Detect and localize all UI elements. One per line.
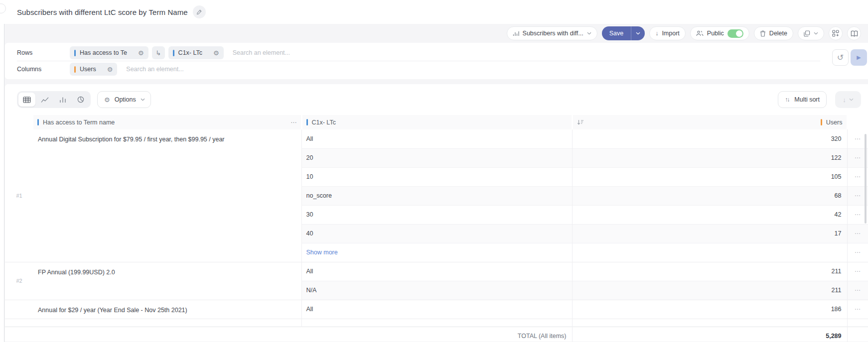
ellipsis-icon: ⋯	[855, 230, 861, 237]
score-cell: 30	[301, 205, 572, 224]
save-button[interactable]: Save	[602, 26, 631, 40]
header-accent	[821, 119, 822, 125]
gear-icon[interactable]: ⚙	[107, 66, 113, 73]
value-cell: 42	[572, 205, 847, 224]
score-cell: 10	[301, 167, 572, 186]
column-field-users[interactable]: Users ⚙	[70, 63, 117, 76]
table-row: Annual for $29 / year (Year End Sale - N…	[5, 300, 868, 319]
ellipsis-icon: ⋯	[855, 306, 861, 313]
value-cell: 186	[572, 300, 847, 319]
value-cell: 211	[572, 262, 847, 281]
group-name-cell: FP Annual (199.99USD) 2.0	[33, 262, 301, 300]
pivot-table: Has access to Term name ⋯ C1x- LTc	[5, 115, 868, 342]
run-query-button[interactable]: ▶	[851, 49, 867, 66]
field-accent	[74, 66, 76, 73]
save-options-button[interactable]	[631, 26, 645, 40]
field-label: Has access to Te	[80, 49, 127, 56]
col3-header[interactable]: Users	[572, 115, 847, 129]
gear-icon[interactable]: ⚙	[213, 50, 219, 56]
undo-button[interactable]: ↺	[832, 49, 849, 66]
save-split-button: Save	[602, 26, 645, 40]
delete-button[interactable]: Delete	[754, 26, 793, 40]
value-cell: 211	[572, 281, 847, 300]
field-accent	[74, 50, 76, 56]
rows-search-input[interactable]	[233, 49, 342, 56]
value-cell: 105	[572, 167, 847, 186]
gear-icon[interactable]: ⚙	[138, 50, 144, 56]
chevron-down-icon	[636, 32, 640, 35]
empty-cell	[5, 319, 301, 327]
col1-header-label: Has access to Term name	[43, 119, 115, 126]
score-cell: 20	[301, 148, 572, 167]
row-menu-button[interactable]: ⋯	[847, 281, 868, 300]
line-chart-view-button[interactable]	[36, 93, 53, 107]
row-menu-button[interactable]: ⋯	[847, 262, 868, 281]
row-field-c1x-ltc[interactable]: C1x- LTc ⚙	[168, 46, 224, 59]
total-value: 5,289	[572, 327, 847, 342]
header-accent	[37, 119, 39, 125]
field-label: Users	[80, 66, 96, 73]
sort-descending-icon[interactable]	[577, 119, 584, 125]
ellipsis-icon: ⋯	[855, 173, 861, 180]
score-cell: 40	[301, 224, 572, 243]
grid-plus-icon	[832, 30, 839, 37]
download-arrow-icon: ↓	[843, 96, 846, 104]
pie-chart-view-button[interactable]	[72, 93, 89, 107]
people-icon	[696, 30, 704, 36]
show-more-link[interactable]: Show more	[306, 249, 338, 256]
multi-sort-button[interactable]: ↑↓ Multi sort	[778, 91, 827, 108]
toggle-knob	[736, 30, 742, 37]
vertical-scrollbar[interactable]	[865, 134, 867, 224]
export-button-disabled[interactable]: ↓	[835, 91, 861, 108]
empty-cell	[847, 319, 868, 327]
group-index: #2	[5, 262, 33, 300]
chevron-down-icon	[141, 98, 145, 101]
report-selector-label: Subscribers with diff...	[523, 30, 583, 37]
options-content: ⚙ Options	[104, 96, 136, 103]
public-toggle[interactable]	[727, 29, 743, 38]
columns-search-input[interactable]	[126, 66, 236, 73]
value-cell: 320	[572, 129, 847, 148]
field-accent	[173, 50, 174, 56]
public-control: Public	[690, 26, 749, 40]
chevron-down-icon	[814, 32, 818, 35]
query-builder: Rows Has access to Te ⚙ ↳ C1x- LTc ⚙ Col…	[5, 43, 868, 79]
documentation-button[interactable]	[847, 26, 861, 40]
book-icon	[851, 30, 858, 37]
column-menu-icon[interactable]: ⋯	[290, 118, 297, 126]
col3-header-label: Users	[826, 119, 843, 126]
bar-chart-icon	[513, 30, 519, 36]
row-menu-button[interactable]: ⋯	[847, 300, 868, 319]
column-chart-view-button[interactable]	[54, 93, 71, 107]
delete-label: Delete	[769, 30, 787, 37]
gear-icon: ⚙	[104, 97, 110, 103]
header-accent	[306, 119, 308, 125]
chevron-down-icon	[587, 32, 591, 35]
col1-header[interactable]: Has access to Term name ⋯	[33, 115, 301, 129]
score-cell: All	[301, 129, 572, 148]
multi-sort-label: Multi sort	[794, 96, 820, 103]
group-name-cell: Annual for $29 / year (Year End Sale - N…	[33, 300, 301, 319]
score-cell: no_score	[301, 186, 572, 205]
results-panel: ⚙ Options ↑↓ Multi sort ↓	[5, 84, 868, 342]
value-cell	[572, 243, 847, 262]
report-selector-dropdown[interactable]: Subscribers with diff...	[507, 26, 597, 40]
col2-header[interactable]: C1x- LTc	[301, 115, 572, 129]
copy-icon	[804, 30, 810, 37]
row-menu-button[interactable]: ⋯	[847, 243, 868, 262]
value-cell: 68	[572, 186, 847, 205]
options-dropdown[interactable]: ⚙ Options	[97, 91, 151, 108]
row-menu-button[interactable]: ⋯	[847, 224, 868, 243]
add-to-dashboard-button[interactable]	[829, 26, 843, 40]
import-button[interactable]: ↓ Import	[649, 26, 686, 40]
total-actions-cell	[847, 327, 868, 342]
report-toolbar: Subscribers with diff... Save ↓ Import P…	[0, 24, 868, 43]
chevron-down-icon	[849, 98, 854, 101]
duplicate-dropdown[interactable]	[798, 26, 824, 40]
table-header-row: Has access to Term name ⋯ C1x- LTc	[5, 115, 868, 129]
edit-title-button[interactable]	[193, 5, 206, 18]
table-view-button[interactable]	[18, 93, 35, 107]
row-field-has-access-to-term[interactable]: Has access to Te ⚙	[70, 46, 148, 59]
score-cell: N/A	[301, 281, 572, 300]
score-cell: All	[301, 262, 572, 281]
